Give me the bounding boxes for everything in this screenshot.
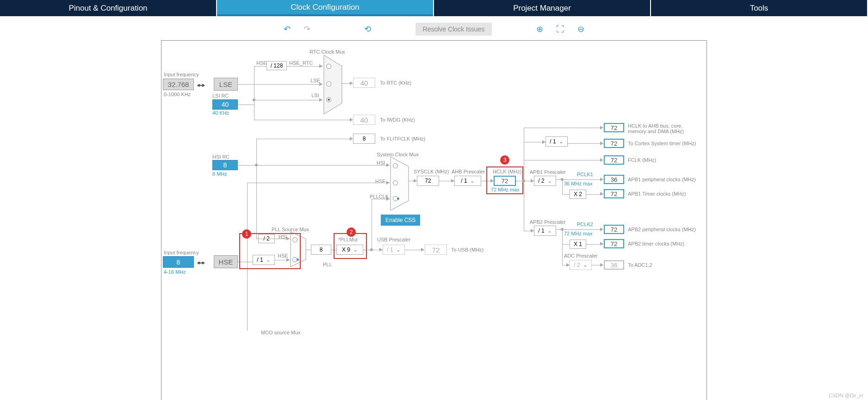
arrow-icon [286, 258, 290, 262]
zoom-out-icon[interactable]: ⊖ [577, 24, 584, 34]
out-cortex-value: 72 [604, 139, 624, 148]
arrow-icon [386, 163, 390, 167]
wire [287, 66, 323, 67]
zoom-in-icon[interactable]: ⊕ [536, 24, 543, 34]
undo-icon[interactable]: ↶ [284, 24, 291, 34]
arrow-icon [319, 98, 322, 102]
sysmux-radio-pllclk[interactable] [393, 196, 398, 201]
lse-block: LSE [214, 78, 238, 91]
arrow-icon [600, 228, 603, 231]
out-hclk-ahb-label: HCLK to AHB bus, core, [628, 123, 682, 129]
pll-radio-hsi[interactable] [292, 237, 298, 242]
tab-pinout[interactable]: Pinout & Configuration [0, 0, 216, 16]
wire [562, 194, 570, 195]
lsi-rc-label: LSI RC [212, 93, 229, 98]
arrow-icon [600, 126, 603, 129]
wire [562, 179, 563, 194]
rtc-out-value: 40 [353, 78, 375, 88]
arrow-icon [600, 178, 603, 181]
wire [238, 105, 254, 105]
enable-css-button[interactable]: Enable CSS [381, 215, 420, 226]
hse-freq-value[interactable]: 8 [163, 256, 194, 268]
arrow-icon [451, 179, 454, 183]
sysclk-value: 72 [417, 176, 439, 186]
node-icon [370, 248, 373, 251]
cortex-prescaler-select[interactable]: / 1 [546, 136, 568, 147]
hse-input-freq-label: Input frequency [164, 250, 199, 255]
apb1-timer-label: APB1 Timer clocks (MHz) [628, 191, 686, 197]
arrow-icon [319, 82, 322, 86]
watermark: CSDN @Dir_xr [829, 393, 863, 398]
hclk-max: 72 MHz max [491, 187, 520, 192]
pll-hse-div-select[interactable]: / 1 [253, 255, 275, 265]
reset-icon[interactable]: ⟲ [364, 24, 371, 34]
wire [256, 139, 352, 139]
wire [256, 139, 257, 239]
hse-block: HSE [214, 255, 238, 268]
apb2-timer-value: 72 [604, 239, 624, 248]
wire [254, 120, 352, 120]
wire [247, 183, 248, 331]
lse-connector-icon: ◂▸◂▸ [197, 81, 204, 88]
flitf-out-value: 8 [353, 134, 375, 144]
usb-prescaler-label: USB Prescaler [377, 237, 410, 242]
annotation-dot-3: 3 [500, 155, 509, 165]
wire [562, 244, 570, 245]
out-hclk-ahb-label2: memory and DMA (MHz) [628, 129, 684, 134]
iwdg-out-value: 40 [353, 115, 375, 125]
apb2-prescaler-select[interactable]: / 1 [534, 226, 556, 236]
apb1-periph-value: 36 [604, 175, 624, 184]
arrow-icon [379, 248, 383, 252]
wire [568, 143, 603, 144]
arrow-icon [600, 242, 603, 246]
resolve-clock-issues-button[interactable]: Resolve Clock Issues [415, 23, 492, 36]
clock-diagram-canvas[interactable]: Input frequency 32.768 0-1000 KHz LSE ◂▸… [161, 40, 707, 400]
arrow-icon [286, 237, 290, 240]
arrow-icon [600, 158, 603, 162]
arrow-icon [386, 197, 390, 201]
out-fclk-value: 72 [604, 155, 624, 165]
node-icon [522, 179, 525, 182]
sysmux-radio-hse[interactable] [393, 180, 398, 185]
apb2-max: 72 MHz max [564, 231, 593, 236]
adc-label: ADC Prescaler [564, 253, 598, 258]
apb1-prescaler-select[interactable]: / 2 [534, 176, 556, 186]
lse-freq-value[interactable]: 32.768 [163, 79, 194, 90]
apb1-mul: X 2 [570, 190, 586, 199]
sysmux-radio-hsi[interactable] [393, 163, 398, 168]
rtc-radio-hse[interactable] [326, 64, 331, 69]
rtc-div128: / 128 [267, 61, 287, 70]
pll-radio-hse[interactable] [292, 257, 298, 262]
wire [238, 165, 256, 166]
pllmul-select[interactable]: X 9 [336, 245, 363, 255]
rtc-radio-lse[interactable] [326, 81, 331, 86]
arrow-icon [600, 192, 603, 196]
arrow-icon [542, 140, 546, 144]
usb-prescaler-select[interactable]: / 1 [383, 245, 405, 255]
node-icon [561, 228, 564, 231]
hclk-value[interactable]: 72 [494, 176, 516, 186]
tab-tools[interactable]: Tools [651, 0, 867, 16]
wire [256, 165, 390, 166]
tab-clock[interactable]: Clock Configuration [217, 0, 433, 16]
wire [254, 100, 322, 100]
rtc-radio-lsi[interactable] [326, 97, 331, 102]
arrow-icon [490, 179, 494, 183]
arrow-icon [531, 229, 534, 233]
adc-prescaler-select[interactable]: / 2 [570, 260, 592, 270]
wire [254, 66, 254, 120]
hse-range-label: 4-16 MHz [164, 269, 186, 275]
ahb-prescaler-select[interactable]: / 1 [454, 176, 481, 186]
tab-project[interactable]: Project Manager [434, 0, 650, 16]
arrow-icon [421, 248, 424, 252]
rtc-mux-title: RTC Clock Mux [310, 49, 345, 55]
flitf-out-label: To FLITFCLK (MHz) [380, 136, 425, 142]
apb2-pclk: PCLK2 [577, 222, 593, 227]
redo-icon[interactable]: ↷ [304, 24, 310, 34]
ahb-label: AHB Prescaler [452, 169, 485, 174]
hsi-rc-label: HSI RC [212, 154, 229, 160]
mco-label: MCO source Mux [261, 330, 301, 335]
wire [254, 66, 267, 67]
out-fclk-label: FCLK (MHz) [628, 157, 656, 163]
zoom-fit-icon[interactable]: ⛶ [556, 25, 564, 34]
